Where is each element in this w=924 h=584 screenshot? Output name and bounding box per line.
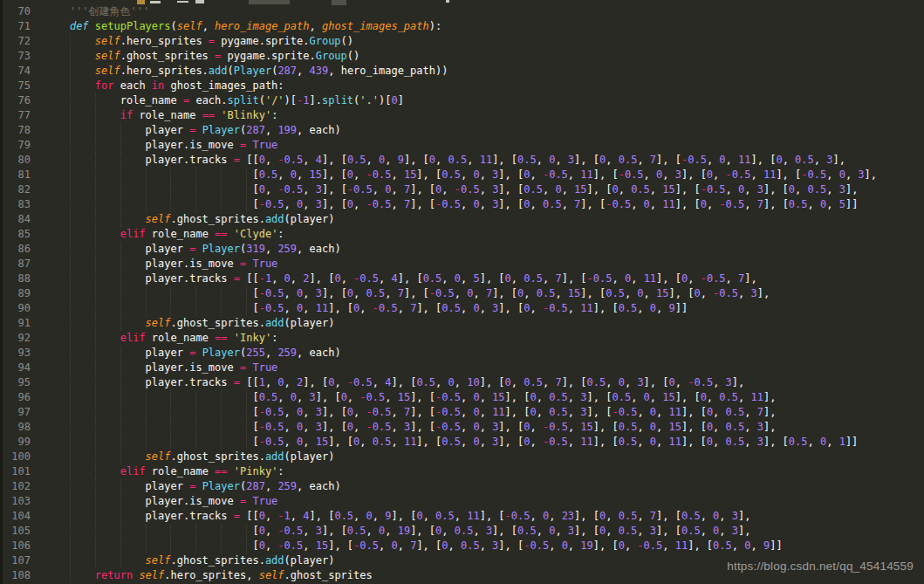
- code-token: ], [: [562, 376, 587, 388]
- code-line[interactable]: 95 player.tracks = [[1, 0, 2], [0, -0.5,…: [0, 375, 924, 390]
- code-line[interactable]: 86 player = Player(319, 259, each): [0, 242, 924, 257]
- code-line[interactable]: 99 [-0.5, 0, 15], [0, 0.5, 11], [0.5, 0,…: [0, 435, 924, 450]
- code-line[interactable]: 106 [0, -0.5, 15], [-0.5, 0, 7], [0, 0.5…: [0, 539, 924, 553]
- code-token: ], [: [593, 302, 619, 314]
- code-line[interactable]: 104 player.tracks = [[0, -1, 4], [0.5, 0…: [0, 509, 924, 524]
- code-token: 19: [580, 539, 592, 552]
- code-token: pygame.sprite.: [221, 50, 315, 62]
- code-line[interactable]: 92 elif role_name == 'Inky':: [0, 331, 924, 346]
- code-line[interactable]: 84 self.ghost_sprites.add(player): [0, 212, 924, 227]
- code-token: -: [259, 421, 265, 433]
- indent-guide: [120, 168, 121, 182]
- code-token: 255: [246, 347, 265, 359]
- code-token: add: [265, 554, 284, 567]
- code-token: ,: [568, 539, 580, 552]
- code-token: ,: [744, 436, 756, 448]
- code-token: 0.5: [517, 525, 537, 537]
- code-line[interactable]: 105 [0, -0.5, 3], [0.5, 0, 19], [0, 0.5,…: [0, 524, 924, 539]
- code-token: 3: [726, 376, 732, 388]
- code-token: ,: [461, 302, 473, 314]
- code-line[interactable]: 98 [-0.5, 0, 3], [0, -0.5, 3], [-0.5, 0,…: [0, 420, 924, 435]
- code-line[interactable]: 100 self.ghost_sprites.add(player): [0, 450, 924, 464]
- code-token: '/': [265, 94, 284, 106]
- code-token: 0.5: [549, 391, 568, 403]
- code-line[interactable]: 103 player.is_move = True: [0, 494, 924, 509]
- code-token: ,: [549, 539, 561, 552]
- code-token: ,: [783, 154, 795, 166]
- code-token: ,: [637, 421, 649, 433]
- code-line[interactable]: 88 player.tracks = [[-1, 0, 2], [0, -0.5…: [0, 271, 924, 286]
- code-token: ,: [455, 376, 467, 388]
- indent-guide: [221, 390, 222, 405]
- code-line[interactable]: 79 player.is_move = True: [0, 138, 924, 153]
- code-token: ,: [303, 406, 315, 418]
- code-line[interactable]: 97 [-0.5, 0, 3], [0, -0.5, 7], [-0.5, 0,…: [0, 405, 924, 420]
- code-line[interactable]: 74 self.hero_sprites.add(Player(287, 439…: [0, 64, 924, 79]
- code-token: )[: [379, 94, 391, 106]
- code-line[interactable]: 102 player = Player(287, 259, each): [0, 479, 924, 494]
- code-line[interactable]: 94 player.is_move = True: [0, 361, 924, 375]
- code-token: (player): [284, 213, 335, 225]
- line-number: 99: [0, 435, 31, 450]
- indent-guide: [195, 390, 196, 405]
- code-token: [: [252, 406, 258, 418]
- code-token: 0.5: [726, 421, 745, 433]
- code-token: ,: [656, 302, 668, 314]
- code-line[interactable]: 83 [-0.5, 0, 3], [0, -0.5, 7], [-0.5, 0,…: [0, 197, 924, 212]
- code-token: 0.5: [441, 406, 461, 418]
- code-line[interactable]: 81 [0.5, 0, 15], [0, -0.5, 15], [0.5, 0,…: [0, 168, 924, 182]
- code-line[interactable]: 82 [0, -0.5, 3], [-0.5, 0, 7], [0, -0.5,…: [0, 182, 924, 197]
- code-token: Player: [202, 243, 240, 255]
- indent-guide: [70, 212, 71, 227]
- code-line[interactable]: 70 '''创建角色''': [0, 4, 924, 19]
- code-token: role_name: [146, 332, 215, 344]
- code-token: ], [: [410, 391, 435, 403]
- code-token: ,: [808, 198, 820, 210]
- code-token: .ghost_sprites: [284, 569, 373, 581]
- code-token: 0: [341, 391, 347, 403]
- code-line[interactable]: 91 self.ghost_sprites.add(player): [0, 316, 924, 331]
- code-token: [[0, -1, 4], [0.5, 0, 9], [0, 0.5, 11], …: [246, 510, 750, 522]
- code-line[interactable]: 76 role_name = each.split('/')[-1].split…: [0, 93, 924, 108]
- code-token: ,: [480, 183, 492, 196]
- code-token: 0: [347, 168, 353, 181]
- indent-guide: [246, 390, 247, 405]
- code-line[interactable]: 75 for each in ghost_images_path:: [0, 79, 924, 93]
- indent-guide: [120, 494, 121, 509]
- code-token: ],: [757, 287, 770, 299]
- code-line[interactable]: 101 elif role_name == 'Pinky':: [0, 464, 924, 479]
- code-token: =: [234, 510, 240, 522]
- line-number: 103: [0, 494, 31, 509]
- code-token: ,: [826, 198, 838, 210]
- code-token: ,: [455, 287, 467, 299]
- code-line[interactable]: 85 elif role_name == 'Clyde':: [0, 227, 924, 242]
- line-code: player.tracks = [[0, -1, 4], [0.5, 0, 9]…: [31, 509, 924, 524]
- code-line[interactable]: 93 player = Player(255, 259, each): [0, 346, 924, 361]
- code-token: ,: [353, 287, 366, 299]
- code-token: ], [: [656, 525, 681, 537]
- code-token: 3: [650, 525, 656, 537]
- code-token: ], [: [410, 421, 435, 433]
- code-token: -: [726, 168, 732, 181]
- code-line[interactable]: 77 if role_name == 'Blinky':: [0, 108, 924, 123]
- code-token: 0.5: [549, 406, 568, 418]
- code-token: -: [719, 198, 725, 210]
- code-line[interactable]: 96 [0.5, 0, 3], [0, -0.5, 15], [-0.5, 0,…: [0, 390, 924, 405]
- code-line[interactable]: 89 [-0.5, 0, 3], [0, 0.5, 7], [-0.5, 0, …: [0, 286, 924, 301]
- code-line[interactable]: 72 self.hero_sprites = pygame.sprite.Gro…: [0, 34, 924, 49]
- code-token: ], [: [391, 376, 416, 388]
- code-editor[interactable]: 70 '''创建角色'''71 def setupPlayers(self, h…: [0, 0, 924, 584]
- code-line[interactable]: 71 def setupPlayers(self, hero_image_pat…: [0, 19, 924, 34]
- code-line[interactable]: 87 player.is_move = True: [0, 257, 924, 271]
- code-line[interactable]: 90 [-0.5, 0, 11], [0, -0.5, 7], [0.5, 0,…: [0, 301, 924, 316]
- code-line[interactable]: 80 player.tracks = [[0, -0.5, 4], [0.5, …: [0, 153, 924, 168]
- line-code: for each in ghost_images_path:: [31, 79, 924, 93]
- code-line[interactable]: 78 player = Player(287, 199, each): [0, 123, 924, 138]
- code-line[interactable]: 73 self.ghost_sprites = pygame.sprite.Gr…: [0, 49, 924, 64]
- code-token: 'Blinky': [221, 109, 271, 121]
- code-token: 11: [316, 302, 328, 314]
- code-token: ,: [612, 272, 624, 285]
- code-token: ,: [726, 154, 738, 166]
- code-token: ]]: [845, 198, 858, 210]
- line-code: elif role_name == 'Inky':: [31, 331, 924, 346]
